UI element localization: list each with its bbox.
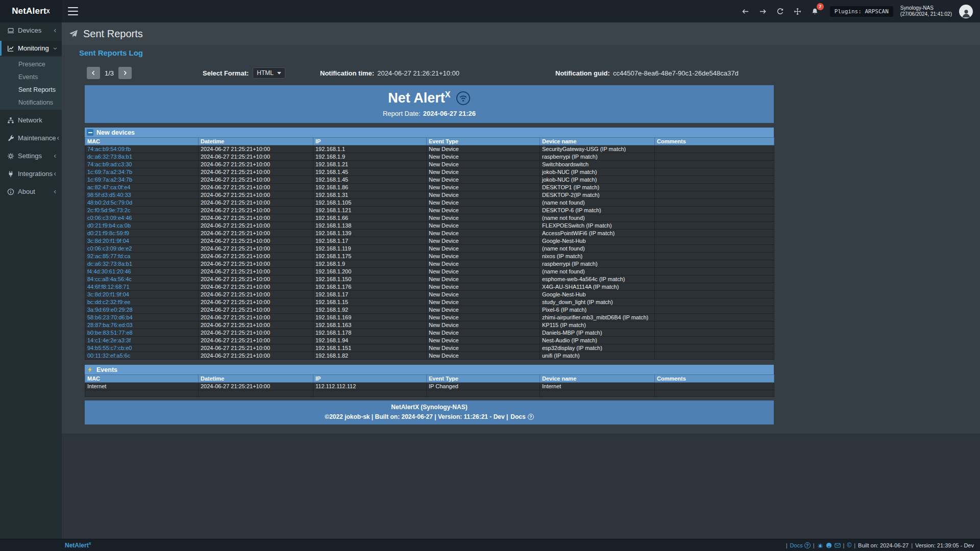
mac-link[interactable]: 3a:9d:69:e0:29:28 bbox=[87, 307, 133, 313]
table-cell: dc:a6:32:73:8a:b1 bbox=[85, 153, 199, 161]
move-button[interactable] bbox=[791, 5, 804, 18]
github-link[interactable] bbox=[826, 542, 832, 548]
table-cell: 2024-06-27 21:25:21+10:00 bbox=[199, 191, 313, 199]
footer-docs-link[interactable]: Docs bbox=[790, 542, 811, 548]
table-cell: DESKTOP-2(IP match) bbox=[540, 191, 655, 199]
sidebar-item-integrations[interactable]: Integrations bbox=[0, 166, 62, 181]
nav-back-button[interactable] bbox=[739, 5, 752, 18]
table-cell: 58:b6:23:70:d6:b4 bbox=[85, 314, 199, 321]
mac-link[interactable]: ac:82:47:ca:0f:e4 bbox=[87, 184, 130, 190]
sidebar-toggle-icon[interactable] bbox=[68, 7, 78, 15]
table-cell bbox=[540, 390, 655, 397]
user-icon bbox=[961, 8, 971, 18]
table-cell: Internet bbox=[85, 383, 199, 390]
notifications-bell-button[interactable]: 7 bbox=[808, 5, 822, 18]
table-row: dc:a6:32:73:8a:b12024-06-27 21:25:21+10:… bbox=[85, 260, 774, 268]
sidebar-item-network[interactable]: Network bbox=[0, 113, 62, 128]
sidebar-item-maintenance[interactable]: Maintenance bbox=[0, 131, 62, 145]
sidebar-item-monitoring[interactable]: Monitoring bbox=[0, 41, 62, 56]
table-cell: Google-Nest-Hub bbox=[540, 291, 655, 298]
mac-link[interactable]: 28:87:ba:76:ed:03 bbox=[87, 322, 133, 328]
separator: | bbox=[786, 542, 788, 548]
mac-link[interactable]: 94:b5:55:c7:cb:e0 bbox=[87, 345, 132, 351]
mac-link[interactable]: b0:be:83:51:77:e8 bbox=[87, 330, 133, 336]
sidebar-item-devices[interactable]: Devices bbox=[0, 23, 62, 38]
table-cell: New Device bbox=[427, 276, 540, 283]
chevron-down-icon bbox=[53, 46, 58, 51]
table-cell: Daniels-MBP (IP match) bbox=[540, 329, 655, 337]
table-cell: 2024-06-27 21:25:21+10:00 bbox=[199, 184, 313, 191]
user-avatar[interactable] bbox=[959, 5, 973, 18]
mac-link[interactable]: 1c:69:7a:a2:34:7b bbox=[87, 177, 132, 183]
table-cell bbox=[655, 161, 774, 168]
gear-icon bbox=[7, 153, 14, 160]
refresh-button[interactable] bbox=[774, 5, 787, 18]
format-select[interactable]: HTML bbox=[253, 67, 285, 79]
sidebar-item-presence[interactable]: Presence bbox=[0, 58, 62, 70]
mac-link[interactable]: 3c:8d:20:f1:9f:04 bbox=[87, 291, 129, 297]
main-content: Sent Reports Sent Reports Log 1/3 bbox=[62, 22, 980, 539]
table-cell bbox=[655, 344, 774, 352]
mac-link[interactable]: c0:06:c3:09:de:e2 bbox=[87, 245, 132, 252]
table-cell bbox=[655, 268, 774, 276]
network-icon bbox=[7, 117, 14, 124]
bug-report-link[interactable] bbox=[817, 542, 823, 548]
mac-link[interactable]: 74:ac:b9:ad:c3:30 bbox=[87, 161, 132, 167]
mac-link[interactable]: 3c:8d:20:f1:9f:04 bbox=[87, 238, 129, 244]
table-cell: New Device bbox=[427, 214, 540, 222]
mac-link[interactable]: 98:5f:d3:d5:40:33 bbox=[87, 192, 131, 198]
sidebar-item-events[interactable]: Events bbox=[0, 70, 62, 83]
next-page-button[interactable] bbox=[118, 67, 132, 79]
email-link[interactable] bbox=[835, 542, 841, 548]
table-cell: IP Changed bbox=[427, 383, 540, 390]
sidebar-item-settings[interactable]: Settings bbox=[0, 148, 62, 163]
table-cell: 2024-06-27 21:25:21+10:00 bbox=[199, 214, 313, 222]
mac-link[interactable]: 84:cc:a8:4a:56:4c bbox=[87, 276, 132, 282]
notification-guid: Notification guid: cc44507e-8ea6-48e7-90… bbox=[555, 66, 739, 80]
mac-link[interactable]: 48:b0:2d:5c:79:0d bbox=[87, 199, 132, 206]
nav-forward-button[interactable] bbox=[756, 5, 770, 18]
sidebar-item-sent-reports[interactable]: Sent Reports bbox=[0, 83, 62, 96]
notification-time-label: Notification time: bbox=[320, 69, 374, 77]
plugins-badge[interactable]: Plugins: ARPSCAN bbox=[830, 6, 893, 17]
mac-link[interactable]: bc:dd:c2:32:f9:ee bbox=[87, 299, 130, 305]
mac-link[interactable]: f4:4d:30:61:20:46 bbox=[87, 268, 131, 274]
table-row: 3c:8d:20:f1:9f:042024-06-27 21:25:21+10:… bbox=[85, 291, 774, 298]
sidebar-item-label: Notifications bbox=[18, 99, 53, 106]
mac-link[interactable]: 14:c1:4e:2e:a3:3f bbox=[87, 337, 131, 343]
mac-link[interactable]: 92:ac:85:77:fd:ca bbox=[87, 253, 130, 259]
table-cell: 2024-06-27 21:25:21+10:00 bbox=[199, 176, 313, 184]
table-cell: 192.168.1.1 bbox=[313, 145, 427, 153]
mac-link[interactable]: d0:21:f9:8c:59:f9 bbox=[87, 230, 129, 236]
sent-reports-log-link[interactable]: Sent Reports Log bbox=[79, 48, 143, 57]
mac-link[interactable]: 00:11:32:ef:a5:6c bbox=[87, 353, 130, 359]
arrow-right-icon bbox=[759, 8, 767, 15]
table-row: 3c:8d:20:f1:9f:042024-06-27 21:25:21+10:… bbox=[85, 237, 774, 245]
footer-brand-link[interactable]: NetAlertX bbox=[65, 541, 91, 549]
table-cell: 2024-06-27 21:25:21+10:00 bbox=[199, 168, 313, 176]
mac-link[interactable]: d0:21:f9:b4:ca:0b bbox=[87, 222, 131, 229]
copyright-icon[interactable] bbox=[847, 542, 851, 549]
table-row: d0:21:f9:8c:59:f92024-06-27 21:25:21+10:… bbox=[85, 230, 774, 237]
brand-logo[interactable]: NetAlertX bbox=[0, 0, 62, 22]
mac-link[interactable]: 74:ac:b9:54:09:fb bbox=[87, 146, 131, 152]
mac-link[interactable]: 1c:69:7a:a2:34:7b bbox=[87, 169, 132, 175]
mac-link[interactable]: dc:a6:32:73:8a:b1 bbox=[87, 154, 132, 160]
table-cell: 192.168.1.45 bbox=[313, 168, 427, 176]
table-cell: 192.168.1.17 bbox=[313, 291, 427, 298]
chevron-right-icon bbox=[122, 70, 128, 76]
prev-page-button[interactable] bbox=[87, 67, 100, 79]
mac-link[interactable]: 58:b6:23:70:d6:b4 bbox=[87, 314, 133, 320]
mac-link[interactable]: 2c:f0:5d:9e:73:2c bbox=[87, 207, 130, 213]
mac-link[interactable]: c0:06:c3:09:e4:46 bbox=[87, 215, 132, 221]
mac-link[interactable]: dc:a6:32:73:8a:b1 bbox=[87, 261, 132, 267]
table-cell bbox=[655, 191, 774, 199]
collapse-minus-icon bbox=[87, 129, 93, 136]
sidebar-item-about[interactable]: About bbox=[0, 184, 62, 199]
table-cell: 192.168.1.15 bbox=[313, 298, 427, 306]
sidebar-item-label: About bbox=[18, 188, 53, 195]
mac-link[interactable]: 44:6f:f8:12:68:71 bbox=[87, 284, 130, 290]
report-docs-link[interactable]: Docs bbox=[510, 413, 533, 420]
sidebar-item-notifications[interactable]: Notifications bbox=[0, 96, 62, 109]
netalertx-logo-icon bbox=[456, 91, 471, 106]
